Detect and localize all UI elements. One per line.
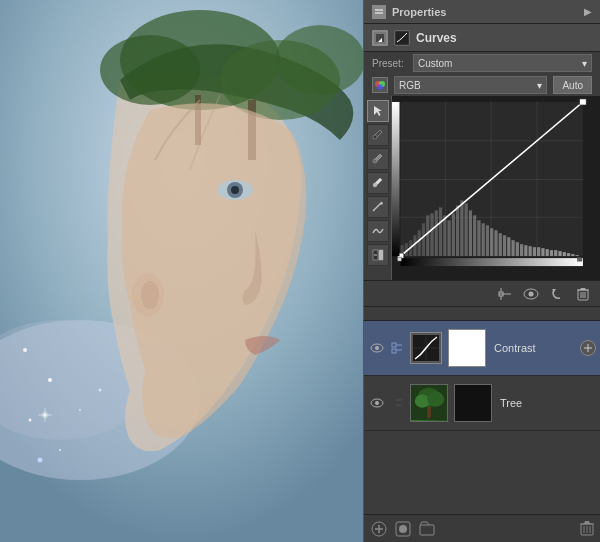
svg-point-33 <box>373 135 377 139</box>
properties-icon <box>372 5 386 19</box>
preset-dropdown[interactable]: Custom ▾ <box>413 54 592 72</box>
svg-rect-92 <box>392 102 399 256</box>
curves-title: Curves <box>416 31 457 45</box>
layer-tree-visibility[interactable] <box>368 394 386 412</box>
svg-rect-68 <box>490 228 493 256</box>
target-icon[interactable] <box>496 285 514 303</box>
curve-graph[interactable] <box>392 96 600 280</box>
layer-contrast-visibility[interactable] <box>368 339 386 357</box>
svg-rect-86 <box>567 253 570 256</box>
svg-rect-94 <box>578 257 582 261</box>
svg-rect-70 <box>499 233 502 256</box>
svg-rect-109 <box>392 343 396 347</box>
badge-icon <box>580 340 596 356</box>
svg-rect-61 <box>460 200 463 256</box>
svg-rect-76 <box>524 245 527 256</box>
svg-point-5 <box>100 35 200 105</box>
svg-rect-79 <box>537 247 540 256</box>
svg-rect-93 <box>397 257 401 261</box>
svg-rect-66 <box>482 223 485 256</box>
svg-point-19 <box>59 449 61 451</box>
svg-rect-71 <box>503 235 506 256</box>
channel-value: RGB <box>399 80 421 91</box>
panel-collapse-arrow[interactable]: ▶ <box>584 6 592 17</box>
svg-point-35 <box>373 183 377 187</box>
svg-rect-73 <box>511 240 514 256</box>
svg-rect-53 <box>426 215 429 256</box>
preset-chevron: ▾ <box>582 58 587 69</box>
svg-rect-91 <box>401 258 583 266</box>
svg-point-20 <box>38 458 43 463</box>
channel-icon <box>372 77 388 93</box>
contrast-layer-name: Contrast <box>494 342 536 354</box>
svg-rect-78 <box>533 247 536 256</box>
svg-point-17 <box>23 348 27 352</box>
layer-mask-button[interactable] <box>394 520 412 538</box>
eyedropper-white-button[interactable] <box>367 172 389 194</box>
layer-tree[interactable]: Tree <box>364 376 600 431</box>
clipping-button[interactable] <box>367 244 389 266</box>
svg-rect-81 <box>546 249 549 256</box>
svg-rect-62 <box>465 203 468 256</box>
contrast-mask-thumb <box>448 329 486 367</box>
panel-title: Properties <box>392 6 446 18</box>
channel-row: RGB ▾ Auto <box>364 74 600 96</box>
curves-graph-icon <box>394 30 410 46</box>
channel-dropdown[interactable]: RGB ▾ <box>394 76 547 94</box>
svg-rect-37 <box>379 250 383 260</box>
preset-value: Custom <box>418 58 452 69</box>
tree-thumb <box>410 384 448 422</box>
svg-point-14 <box>48 378 52 382</box>
delete-layer-button[interactable] <box>580 520 594 538</box>
eyedropper-black-button[interactable] <box>367 124 389 146</box>
svg-rect-90 <box>580 99 586 105</box>
tools-sidebar <box>364 96 392 280</box>
svg-point-32 <box>377 84 383 90</box>
layers-panel: Contrast <box>363 320 600 542</box>
curves-main <box>364 96 600 281</box>
svg-rect-65 <box>477 220 480 256</box>
svg-rect-59 <box>452 213 455 256</box>
svg-rect-69 <box>494 230 497 256</box>
tree-mask-thumb <box>454 384 492 422</box>
group-button[interactable] <box>418 520 436 538</box>
curves-header: Curves <box>364 24 600 52</box>
preset-row: Preset: Custom ▾ <box>364 52 600 74</box>
auto-button[interactable]: Auto <box>553 76 592 94</box>
svg-rect-60 <box>456 205 459 256</box>
svg-point-34 <box>373 159 377 163</box>
svg-rect-54 <box>430 213 433 256</box>
svg-rect-75 <box>520 244 523 256</box>
svg-rect-85 <box>563 252 566 256</box>
mask-icon[interactable] <box>372 30 388 46</box>
visibility-icon[interactable] <box>522 285 540 303</box>
link-icon <box>390 341 404 355</box>
curves-layer-icon <box>410 332 442 364</box>
pointer-tool-button[interactable] <box>367 100 389 122</box>
smooth-button[interactable] <box>367 220 389 242</box>
svg-rect-56 <box>439 207 442 256</box>
delete-icon[interactable] <box>574 285 592 303</box>
svg-rect-51 <box>418 230 421 256</box>
svg-point-6 <box>275 25 365 95</box>
svg-rect-58 <box>447 220 450 256</box>
svg-point-119 <box>375 401 379 405</box>
undo-icon[interactable] <box>548 285 566 303</box>
svg-rect-67 <box>486 225 489 256</box>
svg-rect-57 <box>443 215 446 256</box>
svg-rect-83 <box>554 250 557 256</box>
svg-rect-72 <box>507 237 510 256</box>
layer-badges <box>580 340 596 356</box>
layer-contrast[interactable]: Contrast <box>364 321 600 376</box>
properties-panel: Properties ▶ Curves Preset: Custom ▾ <box>363 0 600 320</box>
svg-rect-112 <box>392 349 396 353</box>
svg-rect-126 <box>427 407 431 418</box>
svg-rect-87 <box>571 254 574 256</box>
canvas-area <box>0 0 365 542</box>
add-adjustment-button[interactable] <box>370 520 388 538</box>
svg-rect-84 <box>558 251 561 256</box>
svg-point-18 <box>99 389 102 392</box>
svg-rect-77 <box>529 246 532 256</box>
eyedropper-gray-button[interactable] <box>367 148 389 170</box>
curve-draw-button[interactable] <box>367 196 389 218</box>
